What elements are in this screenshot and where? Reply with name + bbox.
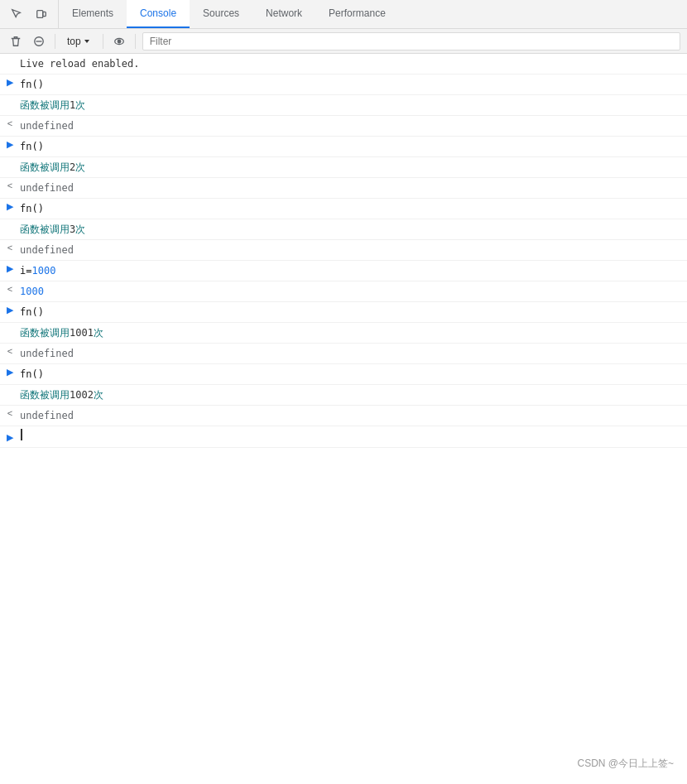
console-row: 函数被调用1次 [0,95,687,116]
row-indent [0,97,20,98]
call-count-text: 函数被调用 [20,224,70,235]
call-count-text: 函数被调用 [20,161,70,173]
call-suffix: 次 [75,224,85,235]
call-count-row: 函数被调用1次 [20,97,687,113]
console-input[interactable] [20,428,687,445]
call-suffix: 次 [94,327,103,339]
tab-performance[interactable]: Performance [315,0,399,28]
undefined-value: undefined [20,180,687,196]
console-row: < undefined [0,240,687,261]
call-suffix: 次 [75,99,85,111]
console-row[interactable]: ▶ fn() [0,137,687,157]
console-output: Live reload enabled. ▶ fn() 函数被调用1次 < un… [0,54,687,784]
toolbar-divider [55,34,55,49]
return-arrow: < [0,407,20,418]
console-row[interactable]: ▶ fn() [0,302,687,323]
devtools-tab-bar: Elements Console Sources Network Perform… [0,0,687,29]
filter-input[interactable] [142,32,680,51]
row-indent [0,387,20,387]
return-arrow: < [0,242,20,253]
call-count-text: 函数被调用 [20,389,70,401]
device-toolbar-icon[interactable] [31,4,51,24]
call-count-row: 函数被调用3次 [20,221,687,238]
expand-arrow[interactable]: ▶ [0,76,20,88]
console-toolbar: top [0,29,687,54]
cursor [21,429,22,440]
undefined-value: undefined [20,407,687,424]
row-content: fn() [20,200,687,217]
row-indent [0,325,20,325]
context-selector[interactable]: top [62,34,96,49]
tab-console[interactable]: Console [127,0,190,28]
call-suffix: 次 [94,389,103,401]
undefined-value: undefined [20,242,687,258]
call-count-row: 函数被调用1001次 [20,325,687,341]
call-suffix: 次 [75,161,85,173]
console-row: 函数被调用1002次 [0,385,687,406]
console-input-row[interactable]: ▶ [0,426,687,448]
undefined-value: undefined [20,345,687,362]
svg-rect-0 [37,11,43,18]
row-content: fn() [20,366,687,382]
toolbar-divider-3 [135,34,136,49]
eye-icon[interactable] [110,32,128,51]
clear-console-button[interactable] [7,32,25,51]
number-result: 1000 [20,283,687,300]
console-row[interactable]: ▶ fn() [0,75,687,95]
svg-rect-1 [43,12,46,16]
return-arrow: < [0,180,20,190]
return-arrow: < [0,118,20,128]
tab-sources[interactable]: Sources [190,0,252,28]
assignment-value: 1000 [31,265,55,277]
call-count-text: 函数被调用 [20,327,70,339]
expand-arrow[interactable]: ▶ [0,138,20,150]
row-indent [0,159,20,160]
assignment-text: i= [20,265,31,277]
expand-arrow[interactable]: ▶ [0,366,20,378]
input-prompt-arrow: ▶ [0,431,20,443]
console-row[interactable]: ▶ fn() [0,364,687,385]
console-row: < undefined [0,116,687,137]
inspect-element-icon[interactable] [7,4,26,24]
svg-point-5 [118,40,121,43]
console-row: 函数被调用1001次 [0,323,687,344]
expand-arrow[interactable]: ▶ [0,262,20,274]
expand-arrow[interactable]: ▶ [0,304,20,315]
console-row: 函数被调用2次 [0,157,687,178]
row-content: fn() [20,76,687,93]
console-row[interactable]: ▶ i=1000 [0,261,687,281]
devtools-icon-group [0,0,59,28]
undefined-value: undefined [20,118,687,134]
console-row: < undefined [0,178,687,199]
count-num: 1002 [70,389,94,401]
row-arrow [0,55,20,56]
live-reload-message: Live reload enabled. [20,55,687,72]
tab-list: Elements Console Sources Network Perform… [59,0,687,28]
call-count-row: 函数被调用2次 [20,159,687,176]
row-content: fn() [20,138,687,155]
console-row: < 1000 [0,281,687,302]
expand-arrow[interactable]: ▶ [0,200,20,212]
chevron-down-icon [83,37,91,46]
toolbar-divider-2 [103,34,103,49]
row-indent [0,221,20,222]
block-errors-button[interactable] [30,32,48,51]
console-row: < undefined [0,344,687,364]
assignment-row: i=1000 [20,262,687,279]
tab-network[interactable]: Network [252,0,315,28]
live-reload-row: Live reload enabled. [0,54,687,75]
tab-elements[interactable]: Elements [59,0,127,28]
return-arrow: < [0,283,20,294]
return-arrow: < [0,345,20,356]
row-content: fn() [20,304,687,320]
call-count-text: 函数被调用 [20,99,70,111]
console-row[interactable]: ▶ fn() [0,199,687,219]
watermark: CSDN @今日上上签~ [577,757,674,771]
console-row: 函数被调用3次 [0,219,687,240]
console-row: < undefined [0,406,687,426]
count-num: 1001 [70,327,94,339]
call-count-row: 函数被调用1002次 [20,387,687,403]
